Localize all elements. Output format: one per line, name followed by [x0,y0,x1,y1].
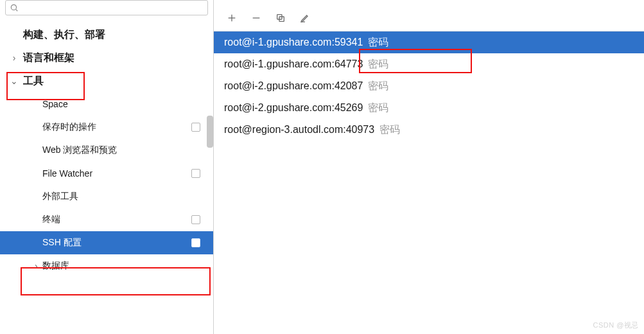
tree-item-database[interactable]: › 数据库 [0,254,213,277]
tree-item-onsave[interactable]: 保存时的操作 [0,116,213,139]
ssh-host: root@region-3.autodl.com:40973 [224,124,374,136]
tree-item-filewatcher[interactable]: File Watcher [0,162,213,185]
chevron-down-icon: ⌄ [9,76,19,86]
tree-item-terminal[interactable]: 终端 [0,208,213,231]
chevron-right-icon: › [35,261,38,271]
tree-item-webpreview[interactable]: Web 浏览器和预览 [0,139,213,162]
ssh-auth: 密码 [368,58,388,71]
tree-item-externaltools[interactable]: 外部工具 [0,185,213,208]
tree-item-ssh-config[interactable]: SSH 配置 [0,231,213,254]
ssh-toolbar [214,0,644,31]
tree-label: Web 浏览器和预览 [42,145,207,156]
edit-button[interactable] [299,12,311,24]
ssh-host: root@i-1.gpushare.com:59341 [224,37,363,48]
ssh-row[interactable]: root@i-1.gpushare.com:59341 密码 [214,31,644,53]
tree-label: 工具 [23,75,207,88]
ssh-auth: 密码 [368,80,388,93]
ssh-auth: 密码 [368,36,388,49]
tree-item-space[interactable]: Space [0,92,213,116]
copy-button[interactable] [274,12,287,24]
tree-label: 外部工具 [42,191,207,202]
project-badge-icon [191,123,200,132]
tree-lang-section[interactable]: › 语言和框架 [0,46,213,69]
ssh-host: root@i-2.gpushare.com:42087 [224,80,363,92]
tree-label: 构建、执行、部署 [23,28,207,42]
copy-icon [275,13,286,23]
project-badge-icon [191,215,200,224]
tree-label: 保存时的操作 [42,121,207,133]
main-panel: 工具 › SSH 配置 root@i-1.gpushare.com:59341 … [214,0,644,334]
tree-label: 语言和框架 [23,51,207,65]
watermark: CSDN @视忌 [593,321,639,330]
search-icon [10,3,19,12]
ssh-row[interactable]: root@i-1.gpushare.com:64773 密码 [214,53,644,75]
pencil-icon [300,13,310,23]
project-badge-icon [191,169,200,178]
ssh-auth: 密码 [368,101,388,115]
svg-point-0 [11,4,16,10]
settings-sidebar: 构建、执行、部署 › 语言和框架 ⌄ 工具 Space 保存时的操作 Web 浏… [0,0,214,334]
ssh-config-list: root@i-1.gpushare.com:59341 密码 root@i-1.… [214,31,644,141]
remove-button[interactable] [250,12,263,24]
chevron-right-icon: › [9,53,19,63]
tree-label: Space [42,99,207,109]
ssh-row[interactable]: root@region-3.autodl.com:40973 密码 [214,119,644,141]
tree-label: 终端 [42,214,207,225]
ssh-row[interactable]: root@i-2.gpushare.com:42087 密码 [214,75,644,97]
ssh-host: root@i-2.gpushare.com:45269 [224,102,363,114]
settings-tree: 构建、执行、部署 › 语言和框架 ⌄ 工具 Space 保存时的操作 Web 浏… [0,19,213,334]
tree-build-section[interactable]: 构建、执行、部署 [0,23,213,46]
search-input[interactable] [22,3,204,13]
minus-icon [251,13,261,23]
project-badge-icon [191,238,200,247]
tree-label: File Watcher [42,168,207,179]
ssh-auth: 密码 [379,123,400,137]
tree-tools-section[interactable]: ⌄ 工具 [0,69,213,92]
svg-line-1 [16,10,18,12]
tree-label: SSH 配置 [42,237,207,249]
scrollbar-thumb[interactable] [207,116,213,148]
add-button[interactable] [225,12,238,24]
tree-label: 数据库 [42,260,207,272]
ssh-row[interactable]: root@i-2.gpushare.com:45269 密码 [214,97,644,119]
plus-icon [227,13,237,23]
search-box[interactable] [5,0,208,15]
ssh-host: root@i-1.gpushare.com:64773 [224,58,363,70]
